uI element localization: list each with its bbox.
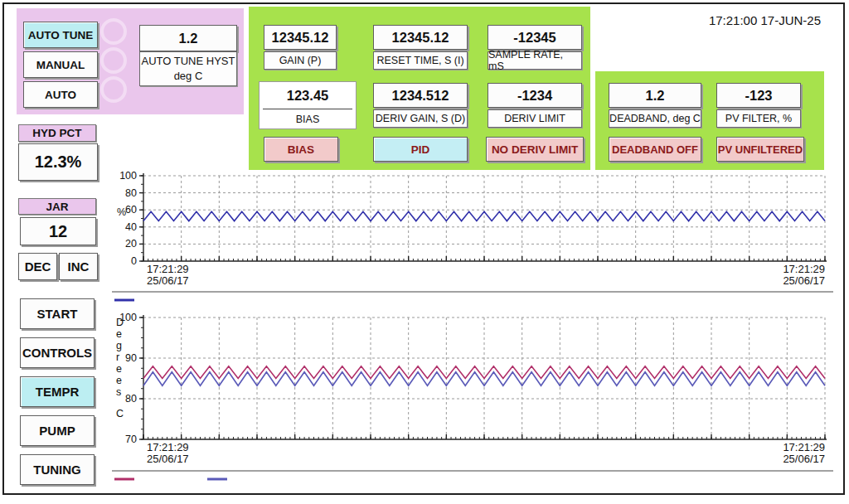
reset-time-label: RESET TIME, S (I) — [373, 51, 468, 70]
jar-value: 12 — [20, 217, 96, 245]
auto-tune-hyst-label: AUTO TUNE HYST deg C — [139, 51, 237, 86]
bias-value-box[interactable]: 123.45 BIAS — [259, 81, 357, 129]
clock-display: 17:21:00 17-JUN-25 — [580, 13, 821, 27]
nav-tempr-button[interactable]: TEMPR — [20, 376, 95, 407]
gain-p-value[interactable]: 12345.12 — [264, 25, 337, 50]
svg-text:25/06/17: 25/06/17 — [783, 453, 825, 465]
auto-tune-hyst-label-line1: AUTO TUNE HYST — [142, 54, 235, 69]
mode-panel: AUTO TUNE MANUAL AUTO 1.2 AUTO TUNE HYST… — [17, 8, 244, 114]
svg-text:90: 90 — [125, 352, 137, 364]
indicator-lamp — [100, 76, 127, 103]
pid-mode-button[interactable]: PID — [373, 137, 468, 162]
temperature-trend-chart: 708090100DegreesC17:21:2925/06/1717:21:2… — [108, 311, 837, 489]
indicator-lamp — [100, 18, 127, 45]
hyd-pct-header: HYD PCT — [18, 124, 96, 142]
svg-text:20: 20 — [125, 238, 137, 250]
svg-text:70: 70 — [125, 434, 137, 445]
pid-params-panel: 12345.12 GAIN (P) 12345.12 RESET TIME, S… — [249, 7, 590, 170]
nav-start-button[interactable]: START — [20, 298, 95, 329]
manual-button[interactable]: MANUAL — [23, 51, 98, 78]
svg-text:C: C — [116, 408, 124, 419]
nav-pump-button[interactable]: PUMP — [20, 415, 95, 446]
svg-text:%: % — [117, 206, 126, 218]
svg-text:e: e — [116, 363, 122, 375]
pv-filter-label: PV FILTER, % — [716, 109, 801, 128]
nav-controls-button[interactable]: CONTROLS — [20, 337, 95, 368]
bias-value[interactable]: 123.45 — [260, 82, 356, 109]
svg-text:80: 80 — [125, 187, 137, 199]
deriv-gain-label: DERIV GAIN, S (D) — [373, 109, 468, 128]
svg-text:25/06/17: 25/06/17 — [147, 274, 189, 287]
svg-text:100: 100 — [119, 170, 137, 182]
bias-label: BIAS — [263, 109, 352, 128]
svg-text:60: 60 — [125, 204, 137, 216]
auto-tune-hyst-label-line2: deg C — [174, 69, 203, 84]
pv-filter-value[interactable]: -123 — [716, 83, 801, 108]
filter-params-panel: 1.2 DEADBAND, deg C -123 PV FILTER, % DE… — [595, 71, 824, 170]
jar-header: JAR — [18, 198, 96, 215]
svg-text:17:21:29: 17:21:29 — [783, 263, 825, 275]
pv-unfiltered-button[interactable]: PV UNFILTERED — [716, 137, 804, 162]
indicator-lamp — [100, 47, 127, 74]
sample-rate-label: SAMPLE RATE, mS — [488, 51, 582, 70]
reset-time-value[interactable]: 12345.12 — [373, 25, 468, 50]
svg-text:r: r — [116, 351, 119, 363]
no-deriv-limit-button[interactable]: NO DERIV LIMIT — [486, 137, 584, 162]
svg-text:17:21:29: 17:21:29 — [783, 441, 825, 453]
deadband-label: DEADBAND, deg C — [609, 109, 701, 128]
percent-trend-chart: 020406080100%17:21:2925/06/1717:21:2925/… — [108, 170, 837, 307]
nav-tuning-button[interactable]: TUNING — [20, 454, 95, 485]
deriv-limit-value[interactable]: -1234 — [488, 83, 582, 108]
deadband-off-button[interactable]: DEADBAND OFF — [609, 137, 701, 162]
deriv-gain-value[interactable]: 1234.512 — [373, 83, 468, 108]
bias-mode-button[interactable]: BIAS — [264, 137, 338, 162]
svg-text:0: 0 — [131, 255, 137, 267]
svg-text:17:21:29: 17:21:29 — [147, 263, 189, 275]
jar-inc-button[interactable]: INC — [59, 253, 98, 280]
svg-text:e: e — [116, 375, 122, 386]
svg-text:e: e — [116, 328, 122, 340]
svg-text:s: s — [116, 386, 121, 398]
svg-text:D: D — [116, 317, 124, 328]
jar-dec-button[interactable]: DEC — [18, 253, 57, 280]
svg-text:25/06/17: 25/06/17 — [783, 274, 825, 287]
svg-text:40: 40 — [125, 221, 137, 233]
auto-tune-hyst-value[interactable]: 1.2 — [139, 25, 237, 51]
hyd-pct-value: 12.3% — [18, 143, 98, 181]
svg-text:80: 80 — [125, 393, 137, 405]
gain-p-label: GAIN (P) — [264, 51, 337, 70]
deriv-limit-label: DERIV LIMIT — [488, 109, 582, 128]
svg-text:25/06/17: 25/06/17 — [147, 453, 189, 465]
auto-tune-button[interactable]: AUTO TUNE — [23, 22, 98, 48]
svg-text:17:21:29: 17:21:29 — [147, 441, 189, 453]
sample-rate-value[interactable]: -12345 — [488, 25, 582, 50]
svg-text:g: g — [116, 340, 122, 351]
deadband-value[interactable]: 1.2 — [609, 83, 701, 108]
auto-button[interactable]: AUTO — [23, 81, 98, 108]
